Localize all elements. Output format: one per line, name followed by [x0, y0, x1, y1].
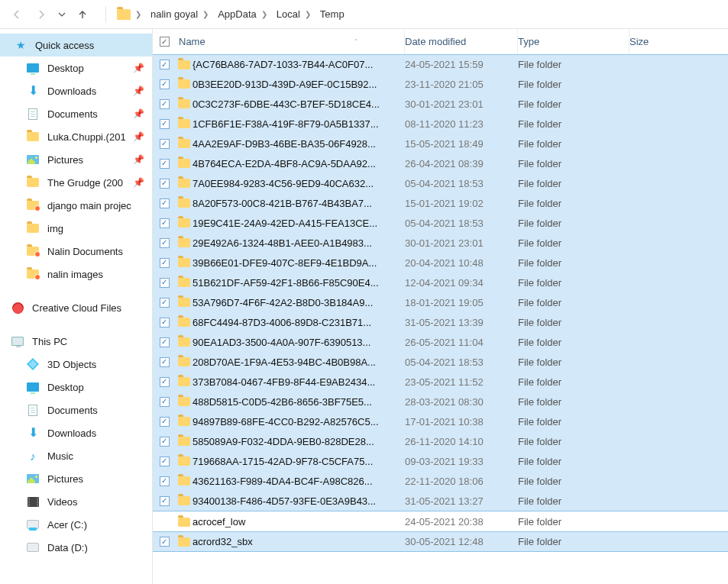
drive-win-icon — [26, 518, 40, 531]
breadcrumb-segment[interactable]: Local ❯ — [273, 7, 314, 21]
row-checkbox[interactable]: ✓ — [153, 318, 176, 327]
table-row[interactable]: ✓0B3EE20D-913D-439D-A9EF-0C15B92...23-11… — [153, 74, 728, 95]
table-row[interactable]: ✓39B66E01-DFE9-407C-8EF9-4E1BD9A...20-04… — [153, 253, 728, 273]
row-checkbox[interactable]: ✓ — [153, 298, 176, 308]
breadcrumb-root[interactable]: ❯ — [114, 8, 144, 21]
back-button[interactable] — [6, 4, 28, 25]
row-checkbox[interactable]: ✓ — [153, 437, 176, 447]
row-checkbox[interactable]: ✓ — [153, 457, 176, 466]
file-date: 12-04-2021 09:34 — [405, 277, 518, 289]
breadcrumb-segment[interactable]: Temp — [317, 7, 348, 21]
table-row[interactable]: ✓29E492A6-1324-48B1-AEE0-A1B4983...30-01… — [153, 233, 728, 253]
table-row[interactable]: ✓93400138-F486-4D57-93FE-0E3A9B43...31-0… — [153, 491, 728, 511]
table-row[interactable]: ✓208D70AE-1F9A-4E53-94BC-4B0B98A...05-04… — [153, 352, 728, 373]
table-row[interactable]: ✓acrord32_sbx30-05-2021 12:48File folder — [153, 531, 728, 552]
table-row[interactable]: acrocef_low24-05-2021 20:38File folder — [153, 511, 728, 532]
table-row[interactable]: ✓488D5815-C0D5-42B6-8656-3BF75E5...28-03… — [153, 392, 728, 412]
folder-icon — [26, 130, 40, 144]
column-header-type[interactable]: Type — [518, 29, 629, 54]
up-button[interactable] — [72, 4, 93, 25]
row-checkbox[interactable]: ✓ — [153, 397, 176, 407]
row-checkbox[interactable]: ✓ — [153, 198, 176, 208]
table-row[interactable]: ✓19E9C41E-24A9-42ED-A415-FEA13CE...05-04… — [153, 213, 728, 234]
table-row[interactable]: ✓7A0EE984-9283-4C56-9ED9-40CA632...05-04… — [153, 173, 728, 194]
row-checkbox[interactable]: ✓ — [153, 377, 176, 387]
forward-button[interactable] — [31, 4, 52, 25]
table-row[interactable]: ✓373B7084-0467-4FB9-8F44-E9AB2434...23-0… — [153, 372, 728, 392]
sidebar-item[interactable]: Luka.Chuppi.(201📌 — [0, 125, 152, 148]
sidebar-item[interactable]: Desktop📌 — [0, 56, 152, 79]
table-row[interactable]: ✓{AC76BA86-7AD7-1033-7B44-AC0F07...24-05… — [153, 54, 728, 75]
breadcrumb[interactable]: ❯ nalin goyal ❯ AppData ❯ Local ❯ Temp — [114, 7, 348, 21]
folder-icon — [176, 496, 193, 505]
sidebar-item-quick-access[interactable]: ★ Quick access — [0, 34, 152, 56]
sidebar-item[interactable]: Data (D:) — [0, 536, 152, 559]
sidebar-item[interactable]: ⬇Downloads📌 — [0, 79, 152, 102]
column-header-row: ✓ Name ˄ Date modified Type Size — [153, 29, 728, 55]
folder-icon — [176, 518, 193, 527]
row-checkbox[interactable]: ✓ — [153, 79, 176, 89]
row-checkbox[interactable]: ✓ — [153, 238, 176, 248]
row-checkbox[interactable]: ✓ — [153, 60, 176, 69]
sidebar-item[interactable]: nalin images — [0, 263, 152, 286]
file-name: 0B3EE20D-913D-439D-A9EF-0C15B92... — [193, 79, 405, 90]
sidebar-item[interactable]: Acer (C:) — [0, 513, 152, 536]
sidebar-item[interactable]: 3D Objects — [0, 353, 152, 376]
sidebar-item[interactable]: ⬇Downloads — [0, 421, 152, 444]
row-checkbox[interactable]: ✓ — [153, 159, 176, 169]
sidebar-item[interactable]: ♪Music — [0, 444, 152, 467]
row-checkbox[interactable]: ✓ — [153, 119, 176, 129]
sidebar-item[interactable]: django main projec — [0, 194, 152, 217]
column-header-date[interactable]: Date modified — [405, 29, 518, 54]
row-checkbox[interactable]: ✓ — [153, 337, 176, 347]
row-checkbox[interactable]: ✓ — [153, 537, 176, 547]
breadcrumb-segment[interactable]: AppData ❯ — [215, 7, 270, 21]
table-row[interactable]: ✓53A796D7-4F6F-42A2-B8D0-3B184A9...18-01… — [153, 292, 728, 313]
sidebar-item[interactable]: Nalin Documents — [0, 240, 152, 263]
table-row[interactable]: ✓90EA1AD3-3500-4A0A-907F-6390513...26-05… — [153, 332, 728, 353]
sidebar-item[interactable]: Documents — [0, 398, 152, 421]
row-checkbox[interactable]: ✓ — [153, 99, 176, 109]
row-checkbox[interactable]: ✓ — [153, 357, 176, 367]
table-row[interactable]: ✓94897B89-68FE-4CC0-B292-A82576C5...17-0… — [153, 411, 728, 432]
row-checkbox[interactable]: ✓ — [153, 139, 176, 149]
file-type: File folder — [518, 218, 629, 229]
table-row[interactable]: ✓43621163-F989-4DA4-BC4F-A98C826...22-11… — [153, 471, 728, 492]
row-checkbox[interactable]: ✓ — [153, 417, 176, 427]
recent-locations-button[interactable] — [55, 4, 69, 25]
sidebar-item[interactable]: img — [0, 217, 152, 240]
column-header-size[interactable]: Size — [629, 36, 728, 47]
table-row[interactable]: ✓1CFB6F1E-F38A-419F-8F79-0A5B1337...08-1… — [153, 114, 728, 134]
checkbox-checked-icon: ✓ — [160, 60, 170, 69]
row-checkbox[interactable]: ✓ — [153, 258, 176, 268]
table-row[interactable]: ✓4B764ECA-E2DA-4BF8-AC9A-5DAA92...26-04-… — [153, 153, 728, 174]
table-row[interactable]: ✓4AA2E9AF-D9B3-46BE-BA35-06F4928...15-05… — [153, 134, 728, 154]
table-row[interactable]: ✓0C3C273F-6DBE-443C-B7EF-5D18CE4...30-01… — [153, 94, 728, 115]
sidebar-item-label: The Grudge (200 — [47, 177, 123, 189]
row-checkbox[interactable]: ✓ — [153, 476, 176, 486]
sidebar-item[interactable]: The Grudge (200📌 — [0, 171, 152, 194]
row-checkbox[interactable]: ✓ — [153, 179, 176, 189]
row-checkbox[interactable]: ✓ — [153, 218, 176, 228]
pin-icon: 📌 — [133, 131, 144, 142]
sidebar-item[interactable]: Desktop — [0, 376, 152, 398]
table-row[interactable]: ✓51B621DF-AF59-42F1-8B66-F85C90E4...12-0… — [153, 273, 728, 293]
sidebar-item[interactable]: Pictures📌 — [0, 148, 152, 171]
select-all-checkbox[interactable]: ✓ — [153, 37, 176, 47]
row-checkbox[interactable]: ✓ — [153, 496, 176, 506]
table-row[interactable]: ✓68FC4494-87D3-4006-89D8-C231B71...31-05… — [153, 312, 728, 333]
table-row[interactable]: ✓585089A9-F032-4DDA-9EB0-828DE28...26-11… — [153, 431, 728, 452]
row-checkbox[interactable]: ✓ — [153, 278, 176, 288]
file-date: 31-05-2021 13:27 — [405, 495, 518, 507]
sidebar-item-this-pc[interactable]: This PC — [0, 330, 152, 353]
sidebar-item-creative-cloud[interactable]: Creative Cloud Files — [0, 296, 152, 319]
sidebar-item[interactable]: Documents📌 — [0, 102, 152, 125]
sidebar-item[interactable]: Pictures — [0, 467, 152, 490]
table-row[interactable]: ✓8A20F573-00C8-421B-B767-4B43BA7...15-01… — [153, 193, 728, 214]
sidebar-item[interactable]: Videos — [0, 490, 152, 513]
download-icon: ⬇ — [26, 426, 40, 440]
file-name: 29E492A6-1324-48B1-AEE0-A1B4983... — [193, 237, 405, 249]
breadcrumb-segment[interactable]: nalin goyal ❯ — [147, 7, 212, 21]
table-row[interactable]: ✓719668AA-1715-42AD-9F78-C5CFA75...09-03… — [153, 451, 728, 472]
column-header-name[interactable]: Name ˄ — [176, 29, 405, 54]
